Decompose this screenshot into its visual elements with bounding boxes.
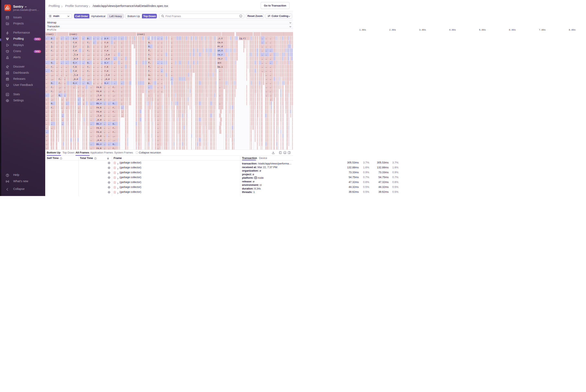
- svg-text:…: …: [61, 62, 62, 64]
- svg-text:…: …: [114, 74, 115, 76]
- svg-text:…: …: [62, 122, 63, 125]
- svg-text:…: …: [161, 45, 162, 48]
- svg-text:_…: _…: [112, 98, 115, 100]
- svg-text:…: …: [108, 106, 109, 109]
- svg-text:…: …: [46, 147, 47, 150]
- svg-text:…: …: [157, 49, 159, 52]
- svg-text:…: …: [122, 114, 123, 117]
- svg-text:…: …: [46, 110, 47, 113]
- svg-text:…: …: [90, 131, 92, 133]
- svg-text:…: …: [270, 86, 271, 88]
- svg-text:…: …: [83, 62, 84, 64]
- svg-text:…: …: [90, 102, 92, 104]
- svg-text:…: …: [121, 90, 122, 92]
- svg-text:r…: r…: [148, 53, 151, 56]
- svg-text:_…: _…: [51, 94, 54, 96]
- svg-text:…: …: [46, 102, 47, 104]
- svg-text:…: …: [46, 114, 47, 117]
- svg-text:…: …: [78, 102, 79, 104]
- svg-text:…: …: [270, 78, 271, 80]
- svg-text:…: …: [83, 66, 84, 68]
- svg-text:…: …: [157, 106, 159, 109]
- svg-text:…: …: [157, 37, 159, 40]
- svg-text:…: …: [101, 82, 102, 84]
- svg-text:…: …: [157, 82, 159, 84]
- svg-text:…: …: [66, 53, 67, 56]
- svg-text:…: …: [108, 86, 109, 88]
- svg-text:_l…e: _l…e: [96, 94, 101, 96]
- svg-text:…: …: [101, 58, 102, 60]
- svg-text:…: …: [83, 78, 84, 80]
- svg-text:…: …: [171, 41, 172, 44]
- svg-text:…: …: [101, 78, 102, 80]
- svg-text:…: …: [157, 143, 159, 145]
- svg-text:…: …: [266, 58, 267, 60]
- svg-text:(g…r): (g…r): [239, 37, 246, 40]
- svg-text:…: …: [97, 66, 98, 68]
- svg-text:r…s: r…s: [73, 41, 77, 44]
- svg-text:_e…e: _e…e: [96, 139, 101, 141]
- svg-text:…: …: [157, 78, 159, 80]
- svg-text:…: …: [61, 70, 62, 72]
- svg-text:…: …: [93, 58, 95, 60]
- svg-text:…: …: [114, 41, 115, 44]
- svg-text:…: …: [104, 135, 105, 137]
- svg-text:…: …: [90, 94, 92, 96]
- svg-text:p…: p…: [51, 37, 54, 40]
- svg-text:re…e: re…e: [96, 90, 101, 92]
- svg-text:f…: f…: [148, 66, 151, 68]
- svg-text:…: …: [62, 102, 63, 104]
- svg-text:…: …: [101, 45, 102, 48]
- svg-text:…: …: [57, 66, 58, 68]
- svg-text:…: …: [114, 70, 115, 72]
- svg-text:…: …: [57, 49, 58, 52]
- svg-text:_…: _…: [51, 98, 54, 100]
- svg-text:…: …: [266, 90, 267, 92]
- svg-text:…: …: [97, 58, 98, 60]
- svg-text:…: …: [66, 66, 67, 68]
- svg-text:…: …: [104, 122, 105, 125]
- svg-text:r…: r…: [51, 90, 54, 92]
- svg-text:…: …: [61, 45, 62, 48]
- svg-text:…: …: [121, 70, 122, 72]
- svg-text:p…: p…: [148, 82, 151, 84]
- svg-text:…: …: [157, 122, 159, 125]
- svg-text:re…e: re…e: [96, 110, 101, 113]
- svg-text:…: …: [51, 126, 52, 129]
- svg-text:…: …: [121, 45, 122, 48]
- svg-text:…: …: [171, 62, 172, 64]
- svg-text:_e…e: _e…e: [96, 118, 101, 121]
- svg-text:O…: O…: [87, 62, 90, 64]
- svg-text:…: …: [78, 106, 79, 109]
- svg-text:…: …: [219, 102, 220, 104]
- svg-text:…: …: [97, 82, 98, 84]
- svg-text:…: …: [157, 70, 159, 72]
- svg-text:…: …: [114, 53, 115, 56]
- svg-text:…: …: [46, 131, 47, 133]
- svg-text:…: …: [171, 70, 172, 72]
- svg-text:…: …: [121, 94, 122, 96]
- svg-text:r…s: r…s: [105, 41, 108, 44]
- svg-text:_…: _…: [51, 53, 54, 56]
- svg-text:…: …: [114, 62, 115, 64]
- svg-text:r…: r…: [51, 70, 54, 72]
- svg-text:…: …: [108, 131, 109, 133]
- svg-text:…: …: [270, 53, 271, 56]
- svg-text:…: …: [51, 110, 52, 113]
- svg-text:…: …: [219, 70, 220, 72]
- svg-text:…: …: [66, 62, 67, 64]
- svg-text:…: …: [104, 98, 105, 100]
- svg-text:…: …: [108, 114, 109, 117]
- svg-text:…: …: [83, 74, 84, 76]
- svg-text:…: …: [101, 41, 102, 44]
- svg-text:…: …: [262, 70, 263, 72]
- svg-text:…: …: [171, 58, 172, 60]
- svg-text:re…k: re…k: [96, 126, 101, 129]
- svg-text:O…: O…: [113, 143, 115, 145]
- svg-text:r…: r…: [113, 86, 115, 88]
- svg-text:…: …: [90, 143, 92, 145]
- svg-text:_…: _…: [51, 58, 54, 60]
- svg-text:…: …: [114, 58, 115, 60]
- svg-text:…: …: [46, 37, 47, 40]
- svg-text:…: …: [157, 98, 159, 100]
